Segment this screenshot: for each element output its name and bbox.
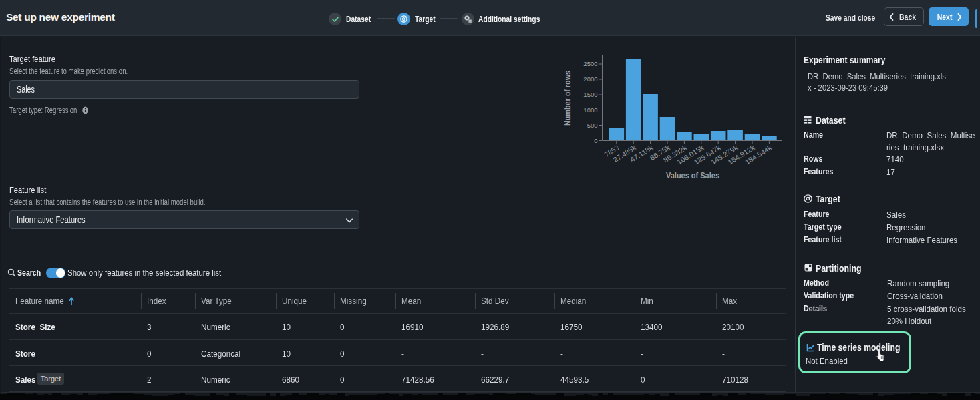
svg-text:2000: 2000 [583, 75, 597, 83]
svg-text:Number of rows: Number of rows [563, 71, 573, 126]
svg-text:Values of Sales: Values of Sales [666, 171, 719, 180]
svg-text:1500: 1500 [583, 91, 597, 98]
svg-text:0: 0 [594, 137, 597, 144]
svg-text:500: 500 [587, 122, 598, 129]
svg-text:2500: 2500 [583, 60, 597, 67]
svg-text:1000: 1000 [583, 106, 597, 114]
